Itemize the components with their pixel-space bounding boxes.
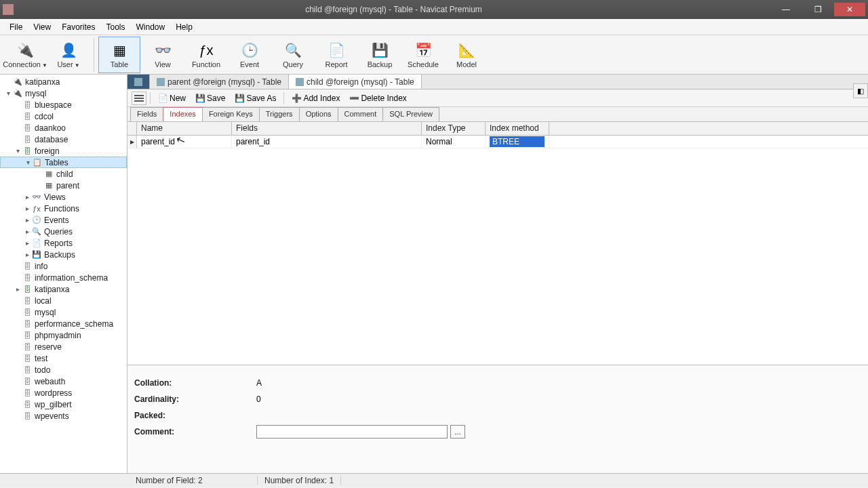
menu-file[interactable]: File [4, 20, 28, 34]
tree-item-performance_schema[interactable]: 🗄performance_schema [0, 318, 127, 329]
tree-item-todo[interactable]: 🗄todo [0, 364, 127, 375]
tree-item-local[interactable]: 🗄local [0, 295, 127, 306]
tree-node-label: wordpress [35, 388, 72, 398]
tree-item-webauth[interactable]: 🗄webauth [0, 375, 127, 387]
tool-connection-button[interactable]: 🔌Connection▼ [4, 37, 46, 73]
tree-toggle-icon[interactable]: ▾ [24, 159, 32, 166]
tree-toggle-icon[interactable]: ▸ [23, 251, 31, 258]
cell-fields[interactable]: parent_id [232, 136, 422, 148]
tree-item-views[interactable]: ▸👓Views [0, 191, 127, 203]
tree-item-bluespace[interactable]: 🗄bluespace [0, 99, 127, 110]
tree-item-reports[interactable]: ▸📄Reports [0, 237, 127, 249]
comment-more-button[interactable]: … [450, 425, 465, 439]
tree-item-events[interactable]: ▸🕒Events [0, 214, 127, 226]
menu-help[interactable]: Help [170, 20, 198, 34]
tree-toggle-icon[interactable]: ▸ [23, 193, 31, 201]
tree-toggle-icon[interactable]: ▸ [23, 228, 31, 235]
tree-item-child[interactable]: ▦child [0, 168, 127, 180]
tree-item-cdcol[interactable]: 🗄cdcol [0, 110, 127, 122]
tree-node-icon: 📄 [31, 239, 42, 248]
cell-index-method[interactable]: BTREE [486, 136, 549, 148]
designer-tab-options[interactable]: Options [299, 107, 338, 121]
new-button[interactable]: 📄New [154, 92, 190, 104]
cell-index-type[interactable]: Normal [422, 136, 486, 148]
add-index-button[interactable]: ➕Add Index [288, 92, 344, 104]
tree-item-mysql[interactable]: 🗄mysql [0, 306, 127, 318]
designer-tab-foreign-keys[interactable]: Foreign Keys [202, 107, 260, 121]
index-grid[interactable]: Name Fields Index Type Index method ▸ pa… [127, 122, 868, 365]
cell-index-method-value[interactable]: BTREE [490, 136, 545, 147]
tree-item-wp_gilbert[interactable]: 🗄wp_gilbert [0, 399, 127, 410]
header-index-method[interactable]: Index method [486, 122, 549, 135]
maximize-button[interactable]: ❐ [802, 3, 833, 16]
grid-row[interactable]: ▸ parent_id parent_id Normal BTREE [127, 136, 868, 148]
designer-tab-comment[interactable]: Comment [338, 107, 384, 121]
tool-user-button[interactable]: 👤User▼ [47, 37, 90, 73]
tool-backup-button[interactable]: 💾Backup [359, 37, 401, 73]
cell-name[interactable]: parent_id [137, 136, 232, 148]
doc-tab[interactable]: parent @foreign (mysql) - Table [150, 75, 289, 89]
tool-view-button[interactable]: 👓View [142, 37, 184, 73]
designer-tab-sql-preview[interactable]: SQL Preview [382, 107, 439, 121]
doc-tab[interactable]: child @foreign (mysql) - Table [289, 75, 422, 89]
tree-toggle-icon[interactable]: ▸ [23, 216, 31, 224]
menu-window[interactable]: Window [131, 20, 171, 34]
tree-item-database[interactable]: 🗄database [0, 134, 127, 145]
tree-item-information_schema[interactable]: 🗄information_schema [0, 272, 127, 283]
menu-button[interactable] [132, 92, 146, 105]
tree-node-icon: 🗄 [22, 262, 33, 271]
tree-item-mysql[interactable]: ▾🔌mysql [0, 87, 127, 99]
tree-item-phpmyadmin[interactable]: 🗄phpmyadmin [0, 329, 127, 341]
main-area: parent @foreign (mysql) - Tablechild @fo… [127, 75, 868, 473]
tree-item-wpevents[interactable]: 🗄wpevents [0, 410, 127, 422]
tool-table-button[interactable]: ▦Table [98, 37, 140, 73]
connection-tree[interactable]: 🔌katipanxa▾🔌mysql🗄bluespace🗄cdcol🗄daanko… [0, 75, 127, 473]
statusbar: Number of Field: 2 Number of Index: 1 [0, 473, 868, 487]
tool-report-button[interactable]: 📄Report [315, 37, 357, 73]
delete-index-button[interactable]: ➖Delete Index [345, 92, 410, 104]
designer-tab-triggers[interactable]: Triggers [259, 107, 300, 121]
tree-toggle-icon[interactable]: ▸ [14, 285, 22, 293]
tree-item-foreign[interactable]: ▾🗄foreign [0, 145, 127, 157]
tree-item-wordpress[interactable]: 🗄wordpress [0, 387, 127, 399]
tree-item-backups[interactable]: ▸💾Backups [0, 249, 127, 260]
tree-item-functions[interactable]: ▸ƒxFunctions [0, 203, 127, 214]
header-index-type[interactable]: Index Type [422, 122, 486, 135]
tree-item-katipanxa[interactable]: ▸🗄katipanxa [0, 283, 127, 295]
header-name[interactable]: Name [137, 122, 232, 135]
doc-tab[interactable] [127, 75, 150, 89]
comment-input[interactable] [256, 425, 448, 439]
tree-node-label: reserve [35, 342, 62, 352]
connection-icon: 🔌 [14, 41, 36, 59]
tree-item-daankoo[interactable]: 🗄daankoo [0, 122, 127, 134]
tree-toggle-icon[interactable]: ▾ [4, 89, 12, 97]
menu-favorites[interactable]: Favorites [56, 20, 100, 34]
header-fields[interactable]: Fields [232, 122, 422, 135]
tree-item-queries[interactable]: ▸🔍Queries [0, 226, 127, 237]
menu-view[interactable]: View [28, 20, 56, 34]
close-button[interactable]: ✕ [834, 3, 865, 16]
tool-schedule-button[interactable]: 📅Schedule [402, 37, 444, 73]
tool-function-button[interactable]: ƒxFunction [185, 37, 227, 73]
tree-item-info[interactable]: 🗄info [0, 260, 127, 272]
tool-model-button[interactable]: 📐Model [446, 37, 488, 73]
tree-toggle-icon[interactable]: ▾ [14, 147, 22, 155]
tree-item-test[interactable]: 🗄test [0, 352, 127, 364]
designer-tab-fields[interactable]: Fields [130, 107, 163, 121]
tool-event-button[interactable]: 🕒Event [229, 37, 271, 73]
save-as-button[interactable]: 💾Save As [231, 92, 280, 104]
menu-tools[interactable]: Tools [101, 20, 131, 34]
tree-toggle-icon[interactable]: ▸ [23, 205, 31, 212]
tree-item-tables[interactable]: ▾📋Tables [0, 157, 127, 168]
designer-tab-indexes[interactable]: Indexes [163, 107, 203, 121]
tool-query-button[interactable]: 🔍Query [272, 37, 314, 73]
tree-node-icon: 🗄 [22, 285, 33, 294]
side-panel-toggle[interactable]: ◧ [853, 83, 868, 98]
tree-toggle-icon[interactable]: ▸ [23, 239, 31, 247]
minimize-button[interactable]: — [770, 3, 802, 16]
tree-item-parent[interactable]: ▦parent [0, 180, 127, 191]
tree-item-reserve[interactable]: 🗄reserve [0, 341, 127, 352]
status-fields: Number of Field: 2 [129, 476, 258, 485]
save-button[interactable]: 💾Save [191, 92, 229, 104]
tree-item-katipanxa[interactable]: 🔌katipanxa [0, 76, 127, 87]
